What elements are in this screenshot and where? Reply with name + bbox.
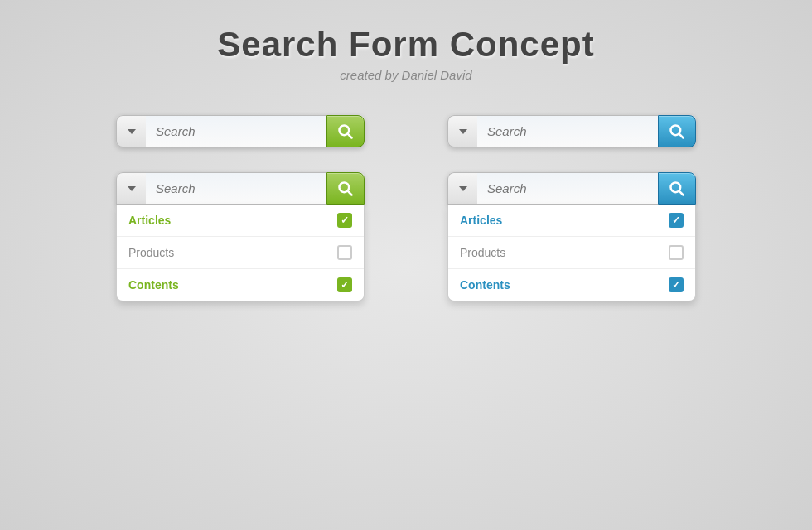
- page-title: Search Form Concept: [217, 25, 594, 65]
- search-widget-bottom-right: Articles ✓ Products Contents ✓: [447, 172, 696, 301]
- page-header: Search Form Concept created by Daniel Da…: [217, 25, 594, 82]
- search-bar-top-right: [447, 115, 696, 147]
- search-widget-top-right: [447, 115, 696, 147]
- search-widget-top-left: [116, 115, 365, 147]
- dropdown-button-top-right[interactable]: [447, 115, 477, 147]
- checkmark-icon: ✓: [341, 215, 349, 225]
- filter-label-contents-right: Contents: [460, 278, 510, 292]
- search-icon: [669, 123, 685, 140]
- svg-line-3: [348, 190, 352, 195]
- dropdown-button-bottom-left[interactable]: [116, 172, 146, 205]
- checkbox-products-left[interactable]: [337, 245, 352, 260]
- search-icon: [669, 181, 685, 197]
- search-input-bottom-right[interactable]: [477, 172, 658, 205]
- filter-label-products-left: Products: [128, 246, 174, 259]
- filter-item-articles-left[interactable]: Articles ✓: [117, 205, 364, 237]
- chevron-down-icon: [459, 186, 467, 191]
- search-icon: [337, 181, 354, 197]
- search-button-top-right[interactable]: [658, 115, 696, 147]
- filter-label-articles-right: Articles: [460, 214, 502, 227]
- search-button-bottom-left[interactable]: [326, 172, 365, 205]
- search-bar-bottom-right: [447, 172, 696, 205]
- checkbox-articles-left[interactable]: ✓: [337, 213, 352, 228]
- widgets-container: Articles ✓ Products Contents ✓: [0, 115, 812, 301]
- search-input-top-right[interactable]: [477, 115, 658, 147]
- search-button-top-left[interactable]: [326, 115, 365, 147]
- checkbox-contents-right[interactable]: ✓: [669, 277, 684, 292]
- search-widget-bottom-left: Articles ✓ Products Contents ✓: [116, 172, 365, 301]
- checkbox-articles-right[interactable]: ✓: [669, 213, 684, 228]
- search-icon: [337, 123, 354, 140]
- search-input-top-left[interactable]: [146, 115, 326, 147]
- filter-item-contents-left[interactable]: Contents ✓: [117, 269, 364, 301]
- filter-item-articles-right[interactable]: Articles ✓: [448, 205, 695, 237]
- checkbox-products-right[interactable]: [669, 245, 684, 260]
- svg-line-1: [348, 133, 352, 137]
- dropdown-button-top-left[interactable]: [116, 115, 146, 147]
- checkmark-icon: ✓: [672, 215, 680, 225]
- right-column: Articles ✓ Products Contents ✓: [447, 115, 696, 301]
- chevron-down-icon: [128, 129, 136, 134]
- filter-label-products-right: Products: [460, 246, 505, 259]
- checkbox-contents-left[interactable]: ✓: [337, 277, 352, 292]
- chevron-down-icon: [459, 129, 467, 134]
- filter-item-contents-right[interactable]: Contents ✓: [448, 269, 695, 301]
- left-column: Articles ✓ Products Contents ✓: [116, 115, 365, 301]
- svg-line-5: [679, 133, 684, 137]
- search-bar-top-left: [116, 115, 365, 147]
- dropdown-panel-bottom-right: Articles ✓ Products Contents ✓: [447, 205, 696, 301]
- search-button-bottom-right[interactable]: [658, 172, 696, 205]
- search-bar-bottom-left: [116, 172, 365, 205]
- page-subtitle: created by Daniel David: [217, 68, 594, 82]
- filter-label-articles-left: Articles: [128, 214, 171, 227]
- search-input-bottom-left[interactable]: [146, 172, 326, 205]
- filter-item-products-left[interactable]: Products: [117, 237, 364, 269]
- filter-item-products-right[interactable]: Products: [448, 237, 695, 269]
- checkmark-icon: ✓: [672, 280, 680, 290]
- svg-line-7: [679, 190, 684, 195]
- dropdown-panel-bottom-left: Articles ✓ Products Contents ✓: [116, 205, 365, 301]
- filter-label-contents-left: Contents: [128, 278, 179, 292]
- chevron-down-icon: [128, 186, 136, 191]
- checkmark-icon: ✓: [341, 280, 349, 290]
- dropdown-button-bottom-right[interactable]: [447, 172, 477, 205]
